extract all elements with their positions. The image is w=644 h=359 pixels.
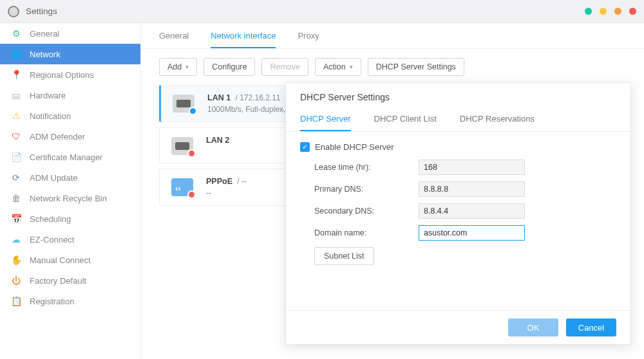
sidebar-icon: ⚠ xyxy=(10,110,22,122)
domain-name-label: Domain name: xyxy=(314,228,419,237)
interface-info: LAN 1 / 172.16.2.111000Mb/s, Full-duplex… xyxy=(207,93,285,114)
window-dot-4[interactable] xyxy=(629,8,636,15)
dialog-body: ✓ Enable DHCP Server Lease time (hr): Pr… xyxy=(286,132,630,275)
domain-name-input[interactable] xyxy=(419,225,525,241)
dialog-tab-dhcp-client-list[interactable]: DHCP Client List xyxy=(374,107,437,131)
secondary-dns-input[interactable] xyxy=(419,203,525,219)
sidebar-item-network-recycle-bin[interactable]: 🗑Network Recycle Bin xyxy=(0,188,140,208)
enable-dhcp-row[interactable]: ✓ Enable DHCP Server xyxy=(300,142,616,152)
sidebar-item-manual-connect[interactable]: ✋Manual Connect xyxy=(0,250,140,270)
sidebar-item-scheduling[interactable]: 📅Scheduling xyxy=(0,208,140,229)
primary-dns-label: Primary DNS: xyxy=(314,185,419,194)
lease-time-field: Lease time (hr): xyxy=(314,160,616,175)
action-button[interactable]: Action▾ xyxy=(315,58,361,76)
window-controls xyxy=(585,8,636,15)
interface-sub: 1000Mb/s, Full-duplex, xyxy=(207,105,285,114)
sidebar-item-hardware[interactable]: 🖴Hardware xyxy=(0,85,140,106)
sidebar-icon: 🖴 xyxy=(10,89,22,101)
sidebar-icon: 📄 xyxy=(10,151,22,163)
window-dot-2[interactable] xyxy=(600,8,607,15)
sidebar-item-label: Manual Connect xyxy=(30,255,91,265)
sidebar-item-label: Network Recycle Bin xyxy=(30,194,107,203)
interface-info: LAN 2 xyxy=(206,136,229,147)
port-icon xyxy=(173,95,194,113)
lease-time-label: Lease time (hr): xyxy=(314,163,419,172)
sidebar-icon: ✋ xyxy=(10,254,22,266)
main-tabs: General Network interface Proxy xyxy=(141,23,644,49)
sidebar-item-label: ADM Defender xyxy=(30,132,85,142)
sidebar-icon: ⚙ xyxy=(10,28,22,39)
sidebar-icon: ⏻ xyxy=(10,275,22,286)
dialog-title: DHCP Server Settings xyxy=(286,83,630,107)
window-dot-1[interactable] xyxy=(585,8,592,15)
tab-network-interface[interactable]: Network interface xyxy=(211,31,276,48)
add-label: Add xyxy=(167,62,182,71)
dialog-tabs: DHCP Server DHCP Client List DHCP Reserv… xyxy=(286,107,630,132)
configure-button[interactable]: Configure xyxy=(204,58,255,76)
secondary-dns-field: Secondary DNS: xyxy=(314,203,616,219)
sidebar-item-label: Regional Options xyxy=(30,70,94,80)
interface-ip: / -- xyxy=(235,177,247,186)
sidebar-item-label: ADM Update xyxy=(30,173,77,183)
sidebar-item-registration[interactable]: 📋Registration xyxy=(0,291,140,311)
sidebar-item-general[interactable]: ⚙General xyxy=(0,23,140,44)
remove-button[interactable]: Remove xyxy=(261,58,308,76)
titlebar: Settings xyxy=(0,0,644,23)
tab-general[interactable]: General xyxy=(159,31,189,48)
dialog-tab-dhcp-server[interactable]: DHCP Server xyxy=(300,107,351,131)
primary-dns-field: Primary DNS: xyxy=(314,181,616,197)
primary-dns-input[interactable] xyxy=(419,181,525,197)
dhcp-server-settings-button[interactable]: DHCP Server Settings xyxy=(368,58,464,76)
sidebar-item-adm-defender[interactable]: 🛡ADM Defender xyxy=(0,126,140,147)
sidebar: ⚙General🌐Network📍Regional Options🖴Hardwa… xyxy=(0,23,141,359)
interface-name: PPPoE xyxy=(206,177,232,186)
status-badge xyxy=(189,107,197,115)
tab-proxy[interactable]: Proxy xyxy=(298,31,319,48)
port-icon xyxy=(171,178,193,196)
sidebar-icon: ⟳ xyxy=(10,172,22,183)
dialog-tab-dhcp-reservations[interactable]: DHCP Reservations xyxy=(460,107,535,131)
sidebar-item-ez-connect[interactable]: ☁EZ-Connect xyxy=(0,229,140,250)
sidebar-item-label: Notification xyxy=(30,111,71,121)
sidebar-item-notification[interactable]: ⚠Notification xyxy=(0,106,140,126)
window-title: Settings xyxy=(26,6,57,16)
sidebar-item-network[interactable]: 🌐Network xyxy=(0,44,140,64)
domain-name-field: Domain name: xyxy=(314,225,616,241)
ok-button[interactable]: OK xyxy=(508,318,558,336)
sidebar-icon: 📍 xyxy=(10,69,22,80)
add-button[interactable]: Add▾ xyxy=(159,58,197,76)
sidebar-icon: 🛡 xyxy=(10,131,22,142)
port-icon xyxy=(171,137,193,155)
chevron-down-icon: ▾ xyxy=(350,64,353,70)
action-label: Action xyxy=(323,62,346,71)
settings-gear-icon xyxy=(8,6,19,17)
enable-dhcp-label: Enable DHCP Server xyxy=(315,142,394,152)
dialog-footer: OK Cancel xyxy=(286,310,630,344)
sidebar-icon: 📅 xyxy=(10,213,22,225)
sidebar-item-label: Registration xyxy=(30,297,74,306)
sidebar-item-adm-update[interactable]: ⟳ADM Update xyxy=(0,167,140,188)
status-badge xyxy=(187,190,196,199)
interface-name: LAN 1 xyxy=(207,93,231,102)
cancel-button[interactable]: Cancel xyxy=(566,318,616,336)
sidebar-icon: 🌐 xyxy=(10,48,22,60)
window-dot-3[interactable] xyxy=(614,8,621,15)
dhcp-settings-dialog: DHCP Server Settings DHCP Server DHCP Cl… xyxy=(285,82,631,345)
secondary-dns-label: Secondary DNS: xyxy=(314,207,419,216)
sidebar-item-factory-default[interactable]: ⏻Factory Default xyxy=(0,270,140,291)
lease-time-input[interactable] xyxy=(419,160,525,175)
sidebar-item-regional-options[interactable]: 📍Regional Options xyxy=(0,64,140,85)
sidebar-item-label: Scheduling xyxy=(30,214,71,224)
sidebar-item-label: Factory Default xyxy=(30,276,86,286)
sidebar-icon: 🗑 xyxy=(10,192,22,204)
sidebar-item-certificate-manager[interactable]: 📄Certificate Manager xyxy=(0,147,140,167)
toolbar: Add▾ Configure Remove Action▾ DHCP Serve… xyxy=(141,49,644,85)
interface-sub: -- xyxy=(206,189,247,198)
enable-dhcp-checkbox[interactable]: ✓ xyxy=(300,142,310,152)
interface-ip: / 172.16.2.11 xyxy=(233,93,280,102)
interface-name: LAN 2 xyxy=(206,136,229,145)
sidebar-item-label: Hardware xyxy=(30,91,66,100)
interface-info: PPPoE / ---- xyxy=(206,177,247,198)
sidebar-item-label: EZ-Connect xyxy=(30,235,74,244)
subnet-list-button[interactable]: Subnet List xyxy=(314,247,374,265)
